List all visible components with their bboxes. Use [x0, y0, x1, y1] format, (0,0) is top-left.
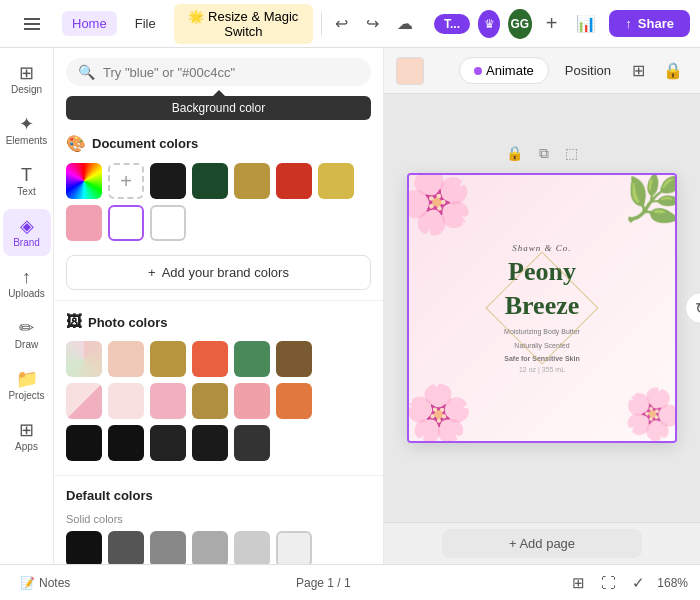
undo-button[interactable]: ↩: [330, 9, 353, 38]
color-swatch-black[interactable]: [150, 163, 186, 199]
frame-top-icons: 🔒 ⧉ ⬚: [506, 145, 578, 162]
document-swatches-row2: [66, 205, 371, 241]
search-input[interactable]: [103, 65, 359, 80]
share-button[interactable]: ↑ Share: [609, 10, 690, 37]
copy-icon: ⧉: [539, 145, 549, 162]
background-color-swatch[interactable]: [396, 57, 424, 85]
color-swatch-red[interactable]: [276, 163, 312, 199]
icon-sidebar: ⊞ Design ✦ Elements T Text ◈ Brand ↑ Upl…: [0, 48, 54, 564]
flower-top-right: 🌿: [618, 173, 677, 233]
photo-swatch-black1[interactable]: [108, 425, 144, 461]
plus-icon: +: [148, 265, 156, 280]
photo-swatch-peach[interactable]: [108, 341, 144, 377]
sidebar-item-design[interactable]: ⊞ Design: [3, 56, 51, 103]
color-panel: 🔍 Background color 🎨 Document colors +: [54, 48, 384, 564]
design-background: 🌸 🌿 🌸 🌸 Shawn & Co. Peony Breeze Moistur…: [409, 175, 675, 441]
color-swatch-dark-green[interactable]: [192, 163, 228, 199]
redo-button[interactable]: ↪: [361, 9, 384, 38]
default-swatch-3[interactable]: [150, 531, 186, 564]
layout-icon-button[interactable]: ⊞: [627, 56, 650, 85]
color-swatch-white-selected[interactable]: [108, 205, 144, 241]
color-swatch-pink[interactable]: [66, 205, 102, 241]
sidebar-item-label: Uploads: [8, 288, 45, 299]
photo-swatch-green[interactable]: [234, 341, 270, 377]
draw-icon: ✏: [19, 319, 34, 337]
default-swatch-2[interactable]: [108, 531, 144, 564]
rotate-button[interactable]: ↻: [685, 292, 700, 324]
zoom-level: 168%: [657, 576, 688, 590]
cloud-button[interactable]: ☁: [392, 9, 418, 38]
default-swatch-5[interactable]: [234, 531, 270, 564]
search-container: 🔍: [54, 48, 383, 96]
hamburger-icon: [20, 14, 44, 34]
photo-swatch-orange2[interactable]: [276, 383, 312, 419]
photo-swatch-black4[interactable]: [234, 425, 270, 461]
home-button[interactable]: Home: [62, 11, 117, 36]
default-swatch-6[interactable]: [276, 531, 312, 564]
photo-swatch-mid-pink[interactable]: [150, 383, 186, 419]
add-color-button[interactable]: +: [108, 163, 144, 199]
sidebar-item-elements[interactable]: ✦ Elements: [3, 107, 51, 154]
expand-icon: ⬚: [565, 145, 578, 162]
add-page-button[interactable]: + Add page: [442, 529, 642, 558]
main-layout: ⊞ Design ✦ Elements T Text ◈ Brand ↑ Upl…: [0, 48, 700, 564]
design-icon: ⊞: [19, 64, 34, 82]
photo-colors-title: 🖼 Photo colors: [66, 313, 371, 331]
sidebar-item-draw[interactable]: ✏ Draw: [3, 311, 51, 358]
add-button[interactable]: +: [540, 10, 564, 37]
photo-swatch-black3[interactable]: [192, 425, 228, 461]
document-swatches-row1: +: [66, 163, 371, 199]
add-brand-button[interactable]: + Add your brand colors: [66, 255, 371, 290]
color-swatch-white[interactable]: [150, 205, 186, 241]
canvas-content: 🔒 ⧉ ⬚ 🌸 🌿 🌸 🌸 Shawn & Co. Peony: [384, 94, 700, 522]
photo-swatch-light-pink[interactable]: [108, 383, 144, 419]
apps-icon: ⊞: [19, 421, 34, 439]
animate-button[interactable]: Animate: [459, 57, 549, 84]
photo-swatch-black2[interactable]: [150, 425, 186, 461]
chart-button[interactable]: 📊: [571, 9, 601, 38]
animate-dot: [474, 67, 482, 75]
position-button[interactable]: Position: [557, 58, 619, 83]
photo-icon: 🖼: [66, 313, 82, 331]
canvas-frame[interactable]: 🌸 🌿 🌸 🌸 Shawn & Co. Peony Breeze Moistur…: [407, 173, 677, 443]
color-swatch-gold[interactable]: [234, 163, 270, 199]
elements-icon: ✦: [19, 115, 34, 133]
photo-row1: [66, 341, 371, 377]
add-brand-container: + Add your brand colors: [54, 255, 383, 290]
photo-swatch-pink2[interactable]: [234, 383, 270, 419]
lock-icon-button[interactable]: 🔒: [658, 56, 688, 85]
photo-swatch-orange[interactable]: [192, 341, 228, 377]
default-swatch-4[interactable]: [192, 531, 228, 564]
sidebar-item-uploads[interactable]: ↑ Uploads: [3, 260, 51, 307]
sidebar-item-brand[interactable]: ◈ Brand: [3, 209, 51, 256]
sidebar-item-apps[interactable]: ⊞ Apps: [3, 413, 51, 460]
default-swatch-1[interactable]: [66, 531, 102, 564]
projects-icon: 📁: [16, 370, 38, 388]
notes-button[interactable]: 📝 Notes: [12, 572, 78, 594]
lock-top-icon: 🔒: [506, 145, 523, 162]
t-pill: T...: [434, 14, 470, 34]
photo-thumb2: [66, 383, 102, 419]
photo-swatch-gold[interactable]: [150, 341, 186, 377]
photo-swatch-olive[interactable]: [192, 383, 228, 419]
sidebar-item-label: Design: [11, 84, 42, 95]
sidebar-item-label: Text: [17, 186, 35, 197]
hamburger-menu[interactable]: [10, 9, 54, 39]
document-colors-title: 🎨 Document colors: [66, 134, 371, 153]
canvas-toolbar: Animate Position ⊞ 🔒: [384, 48, 700, 94]
avatar[interactable]: GG: [508, 9, 532, 39]
sidebar-item-text[interactable]: T Text: [3, 158, 51, 205]
photo-swatch-brown[interactable]: [276, 341, 312, 377]
page-indicator: Page 1 / 1: [296, 576, 351, 590]
file-button[interactable]: File: [125, 11, 166, 36]
sidebar-item-projects[interactable]: 📁 Projects: [3, 362, 51, 409]
photo-row2: [66, 383, 371, 419]
color-swatch-yellow-gold[interactable]: [318, 163, 354, 199]
fullscreen-button[interactable]: ⛶: [597, 570, 620, 595]
document-colors-section: 🎨 Document colors +: [54, 126, 383, 251]
share-icon: ↑: [625, 16, 632, 31]
check-button[interactable]: ✓: [628, 570, 649, 596]
grid-view-button[interactable]: ⊞: [568, 570, 589, 596]
magic-switch-button[interactable]: 🌟 Resize & Magic Switch: [174, 4, 314, 44]
rainbow-swatch[interactable]: [66, 163, 102, 199]
